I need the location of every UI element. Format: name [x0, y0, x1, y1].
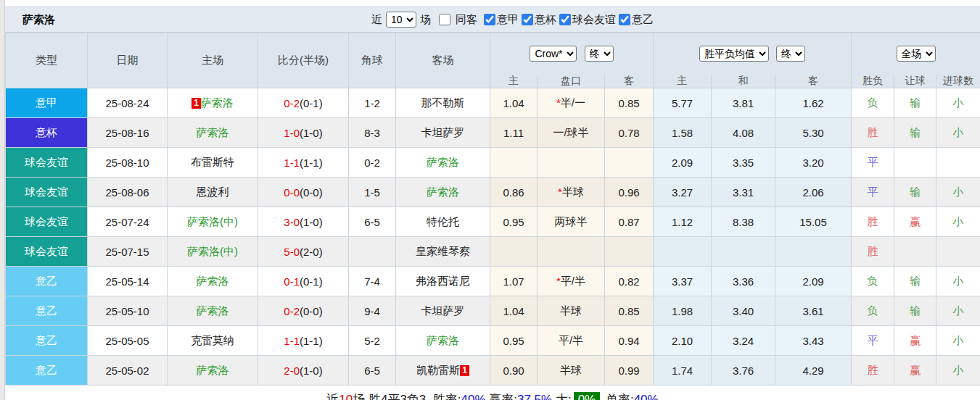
ah-home-odds-cell: [490, 148, 538, 178]
date-cell: 25-05-02: [88, 356, 168, 386]
fulltime-score: 5-0: [284, 246, 300, 258]
recent-count-select[interactable]: 10: [386, 12, 416, 28]
goals-result-cell: 小: [936, 296, 980, 326]
away-team-cell: 皇家维琴察: [396, 237, 490, 267]
corner-cell: 6-5: [349, 207, 396, 237]
score-cell: 2-0(1-0): [258, 356, 349, 386]
ah-home-odds-cell: 1.04: [490, 88, 538, 118]
home-team-cell: 1萨索洛: [168, 88, 258, 118]
team-name: 卡坦萨罗: [421, 126, 465, 138]
handicap-result-cell: [894, 148, 936, 178]
match-row: 球会友谊25-07-15萨索洛(中)5-0(2-0)皇家维琴察胜: [6, 237, 980, 267]
eu-away-odds-cell: 2.06: [775, 178, 852, 207]
footer-segment-5: 37.5%: [517, 393, 552, 400]
match-row: 球会友谊25-07-24萨索洛(中)3-0(1-0)6-5特伦托0.95两球半0…: [6, 207, 980, 237]
corner-cell: 6-5: [349, 356, 396, 386]
halftime-score: (0-1): [300, 97, 323, 109]
away-team-cell: 萨索洛: [396, 178, 490, 207]
summary-footer: 近10场,胜4平3负3, 胜率:40% 赢率:37.5% 大:0% 单率:40%: [5, 386, 980, 400]
team-name: 萨索洛: [197, 304, 229, 317]
ah-away-odds-cell: 0.87: [605, 207, 654, 237]
filter-label-0: 意甲: [497, 13, 519, 25]
team-name: 萨索洛: [197, 126, 229, 138]
same-away-checkbox[interactable]: [439, 14, 450, 25]
col-header-home: 主场: [168, 33, 258, 88]
result-cell: 平: [852, 148, 894, 178]
subcol-eu-away: 客: [775, 75, 852, 88]
away-team-cell: 萨索洛: [396, 326, 490, 356]
filter-checkbox-0[interactable]: [484, 14, 495, 25]
away-team-cell: 那不勒斯: [396, 88, 490, 118]
ah-home-odds-cell: 1.04: [490, 296, 538, 326]
ah-line-cell: *平/半: [538, 267, 605, 296]
col-header-away: 客场: [396, 33, 490, 88]
goals-result-cell: [936, 148, 980, 178]
filter-checkbox-3[interactable]: [619, 14, 630, 25]
result-cell: 负: [852, 296, 894, 326]
bookmaker-select[interactable]: Crow*: [530, 46, 577, 62]
subcol-ah-home: 主: [490, 75, 538, 88]
eu-home-odds-cell: 3.37: [654, 267, 712, 296]
ah-away-odds-cell: 0.94: [605, 326, 654, 356]
match-row: 意乙25-05-05克雷莫纳1-1(1-1)5-2萨索洛0.95平/半0.942…: [6, 326, 980, 356]
eu-away-odds-cell: 3.20: [775, 148, 852, 178]
eu-away-odds-cell: 4.29: [775, 356, 852, 386]
eu-home-odds-cell: 2.10: [654, 326, 712, 356]
match-row: 意乙25-05-10萨索洛0-2(0-0)9-4卡坦萨罗1.04半球0.851.…: [6, 296, 980, 326]
footer-segment-9: 40%: [634, 393, 659, 400]
odds-stage-select[interactable]: 终: [776, 46, 805, 62]
goals-result-cell: 小: [936, 118, 980, 148]
handicap-result-cell: [894, 237, 936, 267]
recent-label: 近: [371, 13, 382, 27]
ah-away-odds-cell: [605, 237, 654, 267]
eu-draw-odds-cell: 4.08: [712, 118, 775, 148]
halftime-score: (0-0): [300, 186, 323, 199]
handicap-result-cell: 赢: [894, 326, 936, 356]
team-name: 萨索洛(中): [187, 215, 238, 228]
match-type-cell: 球会友谊: [6, 237, 88, 267]
team-name: 萨索洛: [427, 156, 459, 168]
match-type-cell: 意乙: [6, 296, 88, 326]
filter-label-2: 球会友谊: [572, 13, 616, 25]
scope-select[interactable]: 全场: [897, 46, 936, 62]
match-row: 球会友谊25-08-10布雷斯特1-1(1-1)0-2萨索洛2.093.353.…: [6, 148, 980, 178]
result-cell: 胜: [852, 118, 894, 148]
col-header-score: 比分(半场): [258, 33, 349, 88]
match-type-cell: 意乙: [6, 326, 88, 356]
eu-home-odds-cell: 2.09: [654, 148, 712, 178]
eu-home-odds-cell: 1.98: [654, 296, 712, 326]
eu-draw-odds-cell: 3.36: [712, 267, 775, 296]
home-team-cell: 布雷斯特: [168, 148, 258, 178]
team-name: 凯勒雷斯: [416, 364, 460, 376]
corner-cell: 0-2: [349, 148, 396, 178]
rank-badge: 1: [192, 98, 201, 109]
result-cell: 胜: [852, 207, 894, 237]
result-cell: 平: [852, 326, 894, 356]
eu-draw-odds-cell: 3.31: [712, 178, 775, 207]
match-type-cell: 球会友谊: [6, 178, 88, 207]
ah-home-odds-cell: 0.95: [490, 207, 538, 237]
team-name: 卡坦萨罗: [421, 304, 465, 317]
bookmaker-stage-select[interactable]: 终: [585, 46, 614, 62]
eu-away-odds-cell: 1.62: [775, 88, 852, 118]
live-odds-star: *: [556, 275, 561, 287]
halftime-score: (2-0): [300, 246, 323, 258]
eu-draw-odds-cell: 3.24: [712, 326, 775, 356]
filter-checkbox-2[interactable]: [559, 14, 571, 25]
eu-away-odds-cell: 2.09: [775, 267, 852, 296]
date-cell: 25-07-15: [88, 237, 168, 267]
eu-away-odds-cell: [775, 237, 852, 267]
footer-segment-2: 场,胜4平3负3, 胜率:: [353, 391, 461, 400]
fulltime-score: 1-1: [284, 335, 300, 347]
subcol-handicap: 让球: [894, 75, 936, 88]
eu-draw-odds-cell: 8.38: [712, 207, 775, 237]
ah-home-odds-cell: 0.90: [490, 356, 538, 386]
live-odds-star: *: [556, 96, 561, 109]
halftime-score: (1-0): [300, 216, 323, 228]
filter-checkbox-1[interactable]: [522, 14, 533, 25]
odds-type-select[interactable]: 胜平负均值: [699, 46, 769, 62]
home-team-cell: 萨索洛(中): [168, 237, 258, 267]
result-group-header: 全场: [852, 33, 980, 75]
fulltime-score: 0-2: [284, 305, 300, 317]
filter-label-3: 意乙: [632, 13, 654, 25]
